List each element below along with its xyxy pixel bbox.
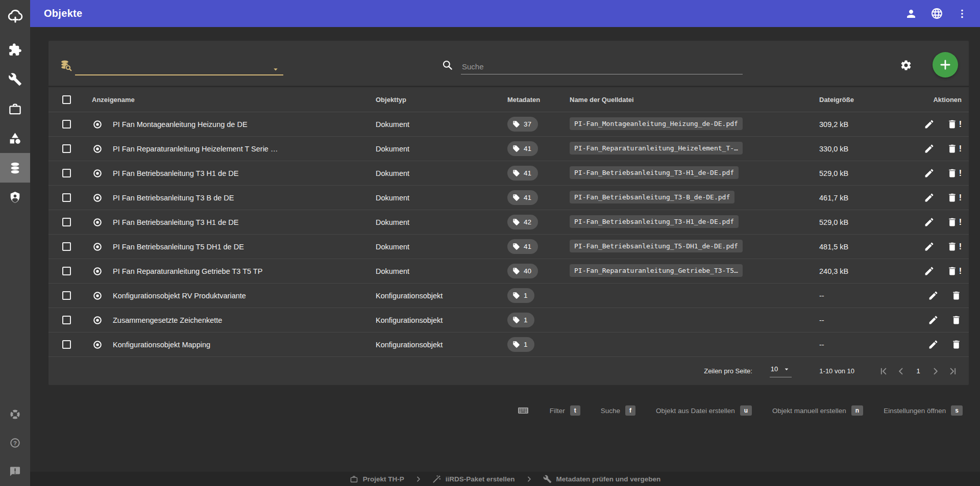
- eye-icon: [92, 290, 103, 301]
- app-logo[interactable]: [0, 0, 30, 32]
- first-page-button[interactable]: [875, 366, 892, 376]
- preview-button[interactable]: [92, 119, 103, 130]
- eye-icon: [92, 266, 103, 277]
- sidebar-item-categories[interactable]: [0, 123, 30, 153]
- edit-button[interactable]: [928, 339, 939, 350]
- preview-button[interactable]: [92, 192, 103, 203]
- metadata-count-badge[interactable]: 42: [507, 215, 538, 229]
- row-checkbox[interactable]: [62, 144, 71, 153]
- delete-button[interactable]: !: [947, 119, 962, 130]
- metadata-count-badge[interactable]: 41: [507, 166, 538, 181]
- previous-page-button[interactable]: [892, 366, 910, 376]
- source-file-chip: PI-Fan_Reparaturanleitung_Heizelement_T-…: [570, 142, 743, 155]
- preview-button[interactable]: [92, 315, 103, 326]
- next-page-button[interactable]: [927, 366, 944, 376]
- filter-caret-down-icon[interactable]: [271, 65, 280, 74]
- edit-button[interactable]: [928, 290, 939, 301]
- shortcut-u[interactable]: Objekt aus Datei erstellenu: [656, 405, 752, 416]
- eye-icon: [92, 217, 103, 228]
- row-checkbox[interactable]: [62, 340, 71, 349]
- shortcut-s[interactable]: Einstellungen öffnens: [884, 405, 963, 416]
- metadata-count-badge[interactable]: 41: [507, 190, 538, 205]
- metadata-count: 40: [524, 267, 531, 275]
- trash-icon: [947, 217, 958, 227]
- row-checkbox[interactable]: [62, 193, 71, 202]
- edit-button[interactable]: [928, 315, 939, 325]
- row-checkbox[interactable]: [62, 169, 71, 177]
- create-object-button[interactable]: [933, 52, 958, 78]
- preview-button[interactable]: [92, 241, 103, 252]
- delete-button[interactable]: !: [947, 266, 962, 276]
- delete-warning-mark: !: [959, 193, 962, 202]
- sidebar-item-support[interactable]: [0, 400, 30, 428]
- select-all-checkbox[interactable]: [62, 95, 71, 104]
- metadata-count-badge[interactable]: 1: [507, 337, 534, 352]
- edit-button[interactable]: [924, 168, 935, 178]
- shortcut-label: Objekt aus Datei erstellen: [656, 407, 735, 415]
- row-checkbox[interactable]: [62, 316, 71, 324]
- metadata-count-badge[interactable]: 41: [507, 239, 538, 254]
- preview-button[interactable]: [92, 339, 103, 350]
- shortcut-t[interactable]: Filtert: [550, 405, 580, 416]
- sidebar-item-tools[interactable]: [0, 64, 30, 94]
- preview-button[interactable]: [92, 143, 103, 155]
- sidebar-item-objects[interactable]: [0, 153, 30, 183]
- delete-button[interactable]: [951, 290, 962, 301]
- delete-button[interactable]: !: [947, 143, 962, 154]
- metadata-count-badge[interactable]: 1: [507, 288, 534, 303]
- sidebar-item-feedback[interactable]: [0, 457, 30, 485]
- sidebar-bottom: ?: [0, 400, 30, 486]
- edit-button[interactable]: [924, 119, 935, 130]
- pagination: Zeilen pro Seite: 10 1-10 von 10 1: [48, 357, 969, 385]
- account-button[interactable]: [905, 8, 917, 20]
- shortcut-f[interactable]: Suchef: [601, 405, 635, 416]
- row-checkbox[interactable]: [62, 242, 71, 251]
- metadata-count-badge[interactable]: 40: [507, 264, 538, 278]
- breadcrumb-item[interactable]: Metadaten prüfen und vergeben: [543, 475, 661, 483]
- metadata-filter-underline[interactable]: [75, 74, 283, 75]
- shortcut-n[interactable]: Objekt manuell erstellenn: [772, 405, 863, 416]
- edit-button[interactable]: [924, 241, 935, 252]
- delete-button[interactable]: !: [947, 217, 962, 227]
- breadcrumb-item[interactable]: Projekt TH-P: [350, 475, 404, 483]
- language-button[interactable]: [930, 7, 943, 20]
- preview-button[interactable]: [92, 168, 103, 179]
- edit-button[interactable]: [924, 217, 935, 227]
- page-size-select[interactable]: 10: [770, 365, 792, 377]
- metadata-count: 1: [524, 341, 528, 348]
- delete-button[interactable]: [951, 315, 962, 325]
- settings-button[interactable]: [900, 59, 912, 71]
- sidebar-item-projects[interactable]: [0, 94, 30, 123]
- metadata-count-badge[interactable]: 1: [507, 313, 534, 327]
- preview-button[interactable]: [92, 217, 103, 228]
- row-checkbox[interactable]: [62, 218, 71, 226]
- row-checkbox[interactable]: [62, 291, 71, 300]
- last-page-button[interactable]: [944, 366, 962, 376]
- preview-button[interactable]: [92, 266, 103, 277]
- row-checkbox[interactable]: [62, 267, 71, 275]
- database-icon: [8, 161, 22, 175]
- search-input[interactable]: [461, 59, 743, 74]
- edit-button[interactable]: [924, 143, 935, 154]
- edit-button[interactable]: [924, 192, 935, 203]
- delete-button[interactable]: !: [947, 192, 962, 203]
- delete-button[interactable]: [951, 339, 962, 350]
- delete-warning-mark: !: [959, 218, 962, 227]
- current-page: 1: [910, 367, 927, 375]
- chevron-right-gray-icon: [930, 366, 941, 376]
- sidebar-item-admin[interactable]: [0, 183, 30, 212]
- breadcrumb-item[interactable]: iiRDS-Paket erstellen: [432, 475, 515, 483]
- delete-button[interactable]: !: [947, 168, 962, 178]
- edit-button[interactable]: [924, 266, 935, 276]
- preview-button[interactable]: [92, 290, 103, 301]
- metadata-count-badge[interactable]: 37: [507, 117, 538, 132]
- metadata-count-badge[interactable]: 41: [507, 141, 538, 156]
- sidebar-item-modules[interactable]: [0, 35, 30, 64]
- delete-button[interactable]: !: [947, 241, 962, 252]
- row-checkbox[interactable]: [62, 120, 71, 129]
- more-menu-button[interactable]: [957, 8, 968, 19]
- metadata-filter-select[interactable]: [60, 59, 72, 72]
- pencil-icon: [924, 266, 935, 276]
- object-name: PI Fan Betriebsanleitung T5 DH1 de DE: [113, 243, 244, 251]
- sidebar-item-help[interactable]: ?: [0, 428, 30, 457]
